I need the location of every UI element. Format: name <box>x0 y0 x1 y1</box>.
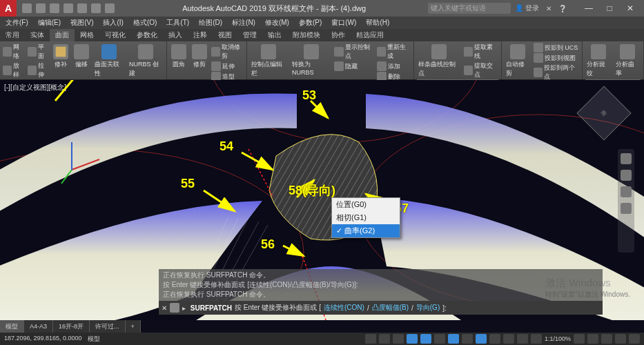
status-otrack-icon[interactable] <box>448 334 459 344</box>
nav-wheel-icon[interactable] <box>621 153 632 164</box>
nav-pan-icon[interactable] <box>621 170 632 181</box>
status-modelspace[interactable]: 模型 <box>88 335 100 344</box>
btn-hidecv[interactable]: 隐藏 <box>334 61 374 71</box>
cm-position-g0[interactable]: 位置(G0) <box>332 198 400 211</box>
cmd-close-icon[interactable]: ✕ <box>162 304 167 312</box>
menu-view[interactable]: 视图(V) <box>66 18 97 28</box>
login-link[interactable]: 👤 登录 <box>515 3 539 13</box>
command-input[interactable]: ✕ ▸ SURFPATCH 按 Enter 键接受修补曲面或 [ 连续性(CON… <box>159 301 603 315</box>
status-polar-icon[interactable] <box>407 334 418 344</box>
btn-curvature[interactable]: 分析曲率 <box>614 43 641 79</box>
cmd-opt-guide[interactable]: 导向(G) <box>416 303 440 313</box>
menu-param[interactable]: 参数(P) <box>295 18 326 28</box>
rtab-solid[interactable]: 实体 <box>25 29 50 41</box>
status-isolate-icon[interactable] <box>587 334 598 344</box>
status-cycling-icon[interactable] <box>517 334 528 344</box>
tab-layout2[interactable]: 16开-8开 <box>53 320 90 333</box>
rtab-view[interactable]: 视图 <box>213 29 237 41</box>
btn-convnurbs[interactable]: 转换为NURBS <box>291 43 331 77</box>
cm-curvature-g2[interactable]: ✓ 曲率(G2) <box>332 224 400 237</box>
status-dyn-icon[interactable] <box>476 334 487 344</box>
close-button[interactable]: ✕ <box>621 2 640 14</box>
qat-redo-icon[interactable] <box>105 3 115 13</box>
menu-help[interactable]: 帮助(H) <box>362 18 393 28</box>
qat-open-icon[interactable] <box>36 3 46 13</box>
status-snap-icon[interactable] <box>379 334 390 344</box>
minimize-button[interactable]: — <box>579 2 598 14</box>
menu-edit[interactable]: 编辑(E) <box>34 18 65 28</box>
rtab-visualize[interactable]: 可视化 <box>99 29 131 41</box>
menu-tools[interactable]: 工具(T) <box>162 18 193 28</box>
btn-proj2pt[interactable]: 投影到两个点 <box>534 63 579 81</box>
btn-zebra[interactable]: 分析斑纹 <box>585 43 612 79</box>
menu-insert[interactable]: 插入(I) <box>99 18 127 28</box>
btn-extend[interactable]: 延伸 <box>211 61 244 71</box>
btn-offset[interactable]: 偏移 <box>72 43 90 70</box>
status-gear-icon[interactable] <box>574 334 585 344</box>
rtab-collab[interactable]: 协作 <box>326 29 351 41</box>
status-osnap-icon[interactable] <box>420 334 431 344</box>
status-hardware-icon[interactable] <box>601 334 612 344</box>
menu-modify[interactable]: 修改(M) <box>261 18 293 28</box>
rtab-manage[interactable]: 管理 <box>237 29 262 41</box>
btn-trim[interactable]: 修剪 <box>191 43 208 70</box>
rtab-insert[interactable]: 插入 <box>163 29 188 41</box>
qat-new-icon[interactable] <box>22 3 32 13</box>
btn-extractint[interactable]: 提取交点 <box>464 61 498 79</box>
cm-tangent-g1[interactable]: 相切(G1) <box>332 211 400 224</box>
menu-window[interactable]: 窗口(W) <box>327 18 360 28</box>
cmd-prompt-icon[interactable] <box>170 303 179 313</box>
tab-model[interactable]: 模型 <box>0 320 24 333</box>
qat-save-icon[interactable] <box>50 3 59 13</box>
menu-draw[interactable]: 绘图(D) <box>195 18 226 28</box>
status-transparency-icon[interactable] <box>503 334 514 344</box>
btn-extractiso[interactable]: 提取素线 <box>464 43 498 61</box>
status-customize-icon[interactable] <box>629 334 640 344</box>
status-clean-icon[interactable] <box>615 334 626 344</box>
status-grid-icon[interactable] <box>365 334 376 344</box>
menu-format[interactable]: 格式(O) <box>129 18 161 28</box>
qat-saveas-icon[interactable] <box>64 3 73 13</box>
status-ortho-icon[interactable] <box>393 334 404 344</box>
maximize-button[interactable]: □ <box>600 2 619 14</box>
ucs-icon[interactable] <box>58 135 113 190</box>
status-3dosnap-icon[interactable] <box>434 334 445 344</box>
menu-file[interactable]: 文件(F) <box>1 18 32 28</box>
btn-patch[interactable]: 修补 <box>52 43 70 70</box>
status-annomon-icon[interactable] <box>531 334 542 344</box>
qat-undo-icon[interactable] <box>91 3 101 13</box>
btn-planar[interactable]: 平面 <box>28 43 50 61</box>
btn-rebuild[interactable]: 重新生成 <box>377 43 411 61</box>
rtab-parametric[interactable]: 参数化 <box>131 29 163 41</box>
btn-projview[interactable]: 投影到视图 <box>534 53 579 63</box>
cmd-opt-con[interactable]: 连续性(CON) <box>324 303 364 313</box>
status-ducs-icon[interactable] <box>462 334 473 344</box>
tab-layout1[interactable]: A4-A3 <box>24 320 53 333</box>
btn-showcv[interactable]: 显示控制点 <box>334 43 374 61</box>
tab-layout3[interactable]: 许可过... <box>90 320 126 333</box>
nav-orbit-icon[interactable] <box>621 203 632 214</box>
rtab-addins[interactable]: 附加模块 <box>287 29 326 41</box>
btn-assoc[interactable]: 曲面关联性 <box>93 43 125 79</box>
btn-addcv[interactable]: 添加 <box>377 61 411 71</box>
status-lwt-icon[interactable] <box>489 334 500 344</box>
exchange-icon[interactable]: ✕ <box>546 5 552 12</box>
btn-projucs[interactable]: 投影到 UCS <box>534 43 579 52</box>
btn-network[interactable]: 网络 <box>3 43 25 61</box>
nav-zoom-icon[interactable] <box>621 186 632 197</box>
status-scale[interactable]: 1:1/100% <box>545 335 571 342</box>
rtab-featured[interactable]: 精选应用 <box>351 29 389 41</box>
btn-autotrim[interactable]: 自动修剪 <box>505 43 531 79</box>
menu-dim[interactable]: 标注(N) <box>228 18 260 28</box>
rtab-home[interactable]: 常用 <box>0 29 25 41</box>
btn-fillet[interactable]: 圆角 <box>170 43 188 70</box>
btn-splinecv[interactable]: 样条曲线控制点 <box>417 43 461 79</box>
btn-nurbs[interactable]: NURBS 创建 <box>128 43 164 79</box>
rtab-mesh[interactable]: 网格 <box>75 29 99 41</box>
btn-untrim[interactable]: 取消修剪 <box>211 43 244 61</box>
help-search-input[interactable]: 键入关键字或短语 <box>428 3 511 14</box>
btn-loft[interactable]: 放样 <box>3 61 25 79</box>
qat-plot-icon[interactable] <box>77 3 87 13</box>
rtab-surface[interactable]: 曲面 <box>50 29 75 41</box>
btn-cveditbar[interactable]: 控制点编辑栏 <box>250 43 288 79</box>
